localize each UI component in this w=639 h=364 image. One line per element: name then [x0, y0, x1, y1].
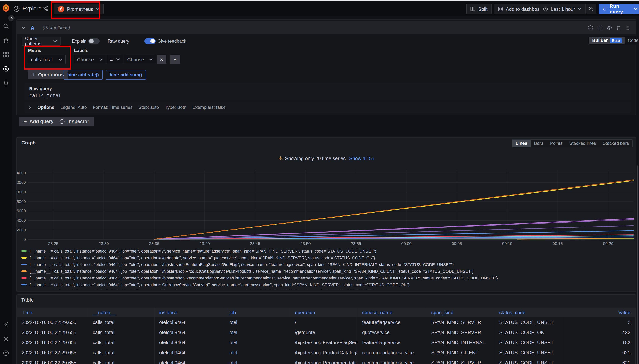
sign-in-icon[interactable] [3, 322, 9, 328]
legend-label: {__name__="calls_total", instance="otelc… [30, 262, 454, 267]
starred-icon[interactable] [3, 38, 9, 44]
query-help-icon[interactable]: ? [588, 25, 593, 30]
warning-icon: ⚠ [278, 155, 283, 161]
table-header-instance[interactable]: instance [154, 308, 225, 317]
builder-label: Builder [592, 38, 608, 43]
add-query-button[interactable]: + Add query [20, 117, 58, 126]
collapse-chevron-icon[interactable] [22, 26, 26, 29]
hint-button-1[interactable]: hint: add sum() [106, 70, 146, 80]
graph-panel-title: Graph [21, 140, 36, 146]
table-cell: featureflagservice [357, 317, 426, 327]
page-scrollbar-thumb[interactable] [637, 165, 638, 364]
graph-panel: Graph LinesBarsPointsStacked linesStacke… [16, 137, 636, 292]
run-query-main[interactable]: Run query [598, 4, 632, 14]
table-cell: otelcol:9464 [154, 327, 225, 338]
legend-label: {__name__="calls_total", instance="otelc… [30, 249, 376, 253]
duplicate-query-icon[interactable] [597, 25, 603, 30]
raw-query-block: Raw query calls_total [25, 83, 631, 100]
metric-field-label: Metric [28, 48, 41, 53]
legend-item[interactable]: {__name__="calls_total", instance="otelc… [17, 281, 634, 288]
label-operator-select[interactable]: = [106, 54, 123, 64]
y-axis-tick: 0 [24, 237, 26, 242]
label-value-select[interactable]: Choose [124, 54, 156, 64]
remove-label-button[interactable]: × [157, 54, 166, 64]
chevron-right-icon [28, 106, 32, 109]
series-limit-warning: ⚠ Showing only 20 time series. Show all … [17, 155, 636, 161]
table-cell: calls_total [88, 348, 154, 358]
explore-sidebar-icon[interactable] [3, 66, 9, 72]
svg-text:?: ? [5, 352, 7, 355]
time-range-picker[interactable]: Last 1 hour [539, 4, 586, 14]
sidebar-expand-button[interactable] [8, 14, 15, 22]
search-icon[interactable] [3, 23, 9, 29]
table-header-service_name[interactable]: service_name [357, 308, 426, 317]
tab-builder[interactable]: Builder Beta [589, 37, 625, 44]
show-all-link[interactable]: Show all 55 [349, 156, 374, 161]
graph-mode-lines[interactable]: Lines [512, 140, 531, 147]
query-row-header[interactable]: A (Prometheus) ? [16, 21, 636, 34]
y-axis-tick: 8000 [17, 199, 26, 204]
dashboards-icon[interactable] [3, 52, 9, 58]
legend-label: {__name__="calls_total", instance="otelc… [30, 289, 376, 290]
add-label-button[interactable]: + [170, 54, 180, 64]
legend-item[interactable]: {__name__="calls_total", instance="otelc… [17, 254, 634, 261]
table-header-value[interactable]: Value [564, 308, 636, 317]
table-header-span_kind[interactable]: span_kind [426, 308, 494, 317]
table-header-status_code[interactable]: status_code [494, 308, 564, 317]
explore-compass-icon [14, 6, 20, 12]
tab-code[interactable]: Code [625, 37, 639, 44]
legend-item[interactable]: {__name__="calls_total", instance="otelc… [17, 274, 634, 281]
table-cell: otel [225, 338, 290, 348]
grafana-logo[interactable] [2, 4, 10, 13]
label-name-select[interactable]: Choose [74, 54, 106, 64]
table-cell: STATUS_CODE_OK [494, 327, 564, 338]
legend-item[interactable]: {__name__="calls_total", instance="otelc… [17, 261, 634, 268]
feedback-bubble-icon[interactable] [150, 38, 156, 44]
alerting-bell-icon[interactable] [3, 80, 9, 86]
chevron-down-icon [99, 58, 102, 60]
graph-mode-bars[interactable]: Bars [531, 140, 546, 147]
split-button[interactable]: Split [466, 4, 492, 14]
explain-toggle[interactable] [88, 38, 100, 44]
graph-mode-stacked-bars[interactable]: Stacked bars [599, 140, 632, 147]
give-feedback-link[interactable]: Give feedback [158, 38, 186, 44]
datasource-picker[interactable]: Prometheus [54, 4, 104, 14]
label-operator-value: = [110, 57, 113, 62]
hide-query-eye-icon[interactable] [606, 25, 612, 30]
zoom-out-time-button[interactable] [586, 4, 596, 14]
table-header-time[interactable]: Time [17, 308, 88, 317]
legend-item-partial[interactable]: {__name__="calls_total", instance="otelc… [17, 288, 634, 290]
legend-swatch [21, 284, 26, 286]
chevron-down-icon [634, 8, 638, 10]
settings-gear-icon[interactable] [3, 336, 9, 342]
time-series-chart[interactable]: 0200040006000800010000120001400023:2523:… [17, 166, 636, 247]
share-icon[interactable] [43, 6, 48, 11]
query-options-row[interactable]: Options Legend: AutoFormat: Time seriesS… [25, 102, 631, 113]
hint-button-0[interactable]: hint: add rate() [64, 70, 102, 80]
drag-handle-icon[interactable] [625, 25, 631, 30]
run-query-button[interactable]: Run query [598, 4, 639, 14]
table-header-row: Time__name__instancejoboperationservice_… [17, 308, 636, 317]
metric-select[interactable]: calls_total [28, 54, 66, 64]
graph-mode-stacked-lines[interactable]: Stacked lines [566, 140, 599, 147]
table-row: 2022-10-16 00:22:29.655calls_totalotelco… [17, 338, 636, 348]
graph-mode-points[interactable]: Points [546, 140, 566, 147]
inspector-button[interactable]: Inspector [55, 117, 93, 126]
table-cell: SPAN_KIND_SERVER [426, 327, 494, 338]
legend-item[interactable]: {__name__="calls_total", instance="otelc… [17, 248, 634, 254]
table-cell: / [290, 317, 357, 327]
operations-button[interactable]: + Operations [28, 70, 68, 79]
delete-query-trash-icon[interactable] [616, 25, 622, 30]
warning-text: Showing only 20 time series. [285, 156, 347, 161]
legend-item[interactable]: {__name__="calls_total", instance="otelc… [17, 268, 634, 274]
chevron-down-icon [149, 58, 153, 60]
table-header-operation[interactable]: operation [290, 308, 357, 317]
table-header-job[interactable]: job [225, 308, 290, 317]
help-icon[interactable]: ? [3, 350, 9, 356]
query-patterns-dropdown[interactable]: Query patterns [22, 37, 60, 46]
page-title[interactable]: Explore [22, 5, 42, 12]
run-query-dropdown[interactable] [632, 4, 639, 14]
chevron-down-icon [59, 58, 62, 60]
run-query-label: Run query [610, 4, 627, 14]
table-header-__name__[interactable]: __name__ [88, 308, 154, 317]
